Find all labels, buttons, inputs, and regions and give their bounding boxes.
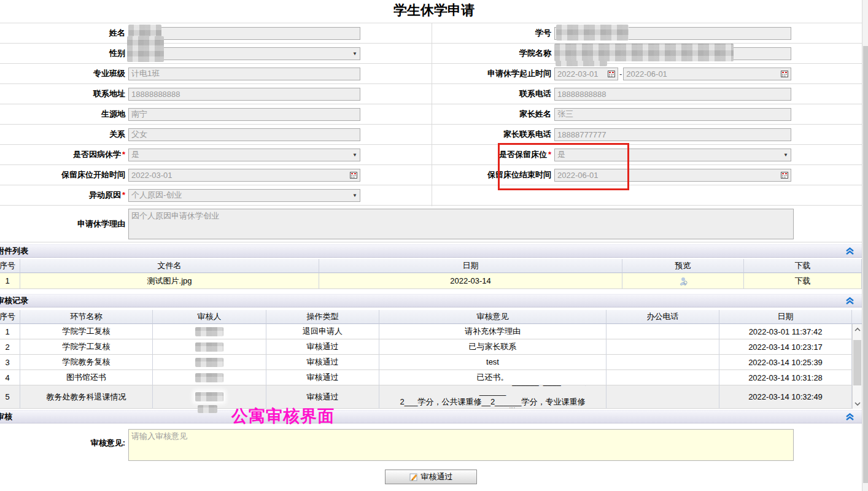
review-table-scrollbar[interactable] [852,324,862,409]
leave-period-range: 2022-03-01 - 2022-06-01 [554,68,791,80]
redacted-smudge [198,405,217,413]
calendar-icon [781,70,788,77]
highlight-rectangle [498,143,629,190]
cell-reviewer [153,339,266,355]
preview-icon[interactable] [622,273,744,289]
redacted-reviewer [195,392,223,401]
col-reviewer: 审核人 [153,310,266,324]
chevron-down-icon: ▼ [352,152,357,158]
required-marker: * [122,150,125,159]
cell-no: 3 [0,355,20,370]
col-filename: 文件名 [20,259,319,273]
approve-button-label: 审核通过 [421,471,453,482]
parent-name-label: 家长姓名 [429,109,554,120]
redacted-college [554,44,734,61]
name-label: 姓名 [0,28,128,39]
cell-step: 图书馆还书 [20,370,153,385]
column-divider [432,23,432,206]
leave-reason-textarea: 因个人原因申请休学创业 [128,209,794,239]
leave-period-label: 申请休学起止时间 [429,68,554,79]
attachments-table: 序号 文件名 日期 预览 下载 1 测试图片.jpg 2022-03-14 下载 [0,259,862,289]
cell-action: 审核通过 [266,370,379,385]
chevron-down-icon: ▼ [352,193,357,198]
col-action: 操作类型 [266,310,379,324]
download-link[interactable]: 下载 [744,273,862,289]
cell-date: 2022-03-14 10:32:49 [719,385,852,409]
col-office-phone: 办公电话 [606,310,719,324]
approve-button[interactable]: 审核通过 [385,470,477,484]
cell-opinion: 已还书。 [379,370,606,385]
col-no: 序号 [0,310,20,324]
sick-leave-select: 是▼ [128,149,360,161]
address-label: 联系地址 [0,88,128,99]
required-marker: * [122,190,125,199]
cell-phone [606,370,719,385]
scrollbar-thumb[interactable] [853,340,861,385]
phone-field: 18888888888 [554,88,791,101]
cell-step: 教务处教务科退课情况 [20,385,153,409]
audit-opinion-row: 审核意见: [0,429,868,461]
audit-section-bar: 审核 [0,410,862,423]
leave-start-field: 2022-03-01 [554,68,618,80]
collapse-icon[interactable] [845,412,854,421]
review-table: 序号 环节名称 审核人 操作类型 审核意见 办公电话 日期 1 学院学工复核 退… [0,310,862,409]
chevron-down-icon: ▼ [783,152,788,158]
form-row-class-daterange: 专业班级 计电1班 申请休学起止时间 2022-03-01 - 2022-06-… [0,64,868,84]
scroll-down-icon[interactable] [853,399,862,408]
form-row-relation-parentphone: 关系 父女 家长联系电话 18888777777 [0,125,868,145]
movement-reason-select: 个人原因-创业▼ [128,189,360,202]
cell-reviewer [153,370,266,385]
redacted-reviewer [195,327,223,336]
scroll-up-icon[interactable] [853,325,862,334]
review-section-title: 审核记录 [0,295,28,306]
collapse-icon[interactable] [845,296,854,305]
cell-step: 学院教务复核 [20,355,153,370]
date-separator: - [618,69,623,79]
col-no: 序号 [0,259,20,273]
cell-reviewer [153,324,266,339]
audit-opinion-label: 审核意见: [0,429,128,449]
pencil-icon [409,473,418,481]
cell-date: 2022-03-01 11:37:42 [719,324,852,339]
attachments-section-bar: 附件列表 [0,244,862,258]
cell-phone [606,355,719,370]
form-row-movement-reason: 异动原因* 个人原因-创业▼ [0,185,868,206]
relation-field: 父女 [128,128,360,141]
redacted-student-id [556,25,629,41]
relation-label: 关系 [0,129,128,140]
review-section-bar: 审核记录 [0,294,862,307]
origin-label: 生源地 [0,109,128,120]
page-scrollbar-thumb[interactable] [863,46,868,483]
col-download: 下载 [744,259,862,273]
parent-phone-label: 家长联系电话 [429,129,554,140]
review-row: 1 学院学工复核 退回申请人 请补充休学理由 2022-03-01 11:37:… [0,324,852,339]
movement-reason-label: 异动原因* [0,190,128,201]
collapse-icon[interactable] [845,247,854,255]
cell-phone [606,385,719,409]
bed-start-field: 2022-03-01 [128,169,360,182]
review-row: 2 学院学工复核 审核通过 已与家长联系 2022-03-14 10:23:17 [0,339,852,355]
audit-opinion-input[interactable] [128,429,794,461]
calendar-icon [350,171,357,179]
cell-step: 学院学工复核 [20,339,153,355]
class-field: 计电1班 [128,68,360,80]
cell-opinion: test [379,355,606,370]
col-date: 日期 [719,310,852,324]
page-scrollbar[interactable] [862,0,868,491]
attachment-date: 2022-03-14 [319,273,622,289]
student-leave-application-page: 学生休学申请 姓名 学号 性别 ▼ 学院名称 专业班级 计电1班 申请休学起止时… [0,0,868,491]
cell-action: 审核通过 [266,339,379,355]
calendar-icon [781,171,788,179]
cell-opinion: 请补充休学理由 [379,324,606,339]
page-title: 学生休学申请 [0,0,868,23]
redacted-reviewer [195,342,223,352]
cell-no: 1 [0,324,20,339]
attachment-no: 1 [0,273,20,289]
review-row: 4 图书馆还书 审核通过 已还书。 2022-03-14 10:31:28 [0,370,852,385]
cell-date: 2022-03-14 10:31:28 [719,370,852,385]
redacted-gender [127,36,164,62]
cell-action: 审核通过 [266,355,379,370]
form-row-bed-dates: 保留床位开始时间 2022-03-01 保留床位结束时间 2022-06-01 [0,165,868,185]
review-row: 5 教务处教务科退课情况 审核通过 该生本学期选课情况如下：通识必修______… [0,385,852,409]
cell-no: 4 [0,370,20,385]
